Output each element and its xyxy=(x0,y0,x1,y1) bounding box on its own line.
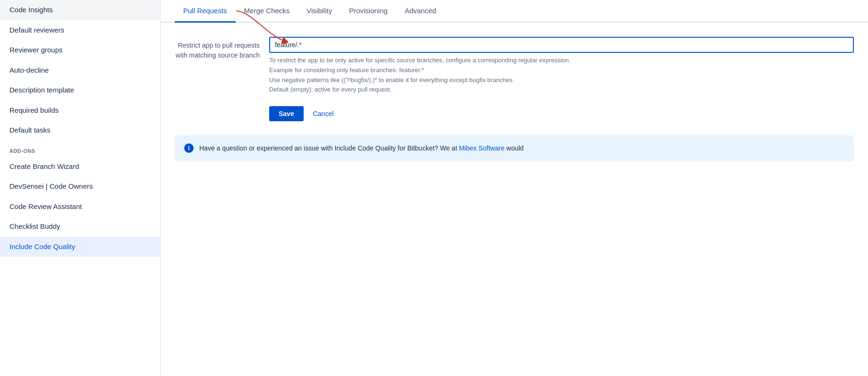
sidebar-item-create-branch-wizard[interactable]: Create Branch Wizard xyxy=(0,157,160,177)
tab-advanced[interactable]: Advanced xyxy=(396,0,445,23)
tab-pull-requests[interactable]: Pull Requests xyxy=(175,0,236,23)
sidebar-item-code-review-assistant[interactable]: Code Review Assistant xyxy=(0,197,160,217)
sidebar: Code InsightsDefault reviewersReviewer g… xyxy=(0,0,161,376)
form-field: To restrict the app to be only active fo… xyxy=(269,37,854,95)
cancel-button[interactable]: Cancel xyxy=(309,106,338,121)
sidebar-item-default-tasks[interactable]: Default tasks xyxy=(0,120,160,141)
help-line: Example for considering only feature bra… xyxy=(269,66,854,75)
info-icon: i xyxy=(184,143,194,153)
form-row: Restrict app to pull requests with match… xyxy=(175,37,854,95)
sidebar-item-devsensei-code-owners[interactable]: DevSensei | Code Owners xyxy=(0,176,160,197)
tab-provisioning[interactable]: Provisioning xyxy=(340,0,396,23)
info-text-before: Have a question or experienced an issue … xyxy=(199,144,459,152)
tab-merge-checks[interactable]: Merge Checks xyxy=(236,0,298,23)
info-text: Have a question or experienced an issue … xyxy=(199,143,524,153)
sidebar-item-code-insights[interactable]: Code Insights xyxy=(0,0,160,20)
sidebar-item-checklist-buddy[interactable]: Checklist Buddy xyxy=(0,217,160,237)
info-text-after: would xyxy=(504,144,523,152)
form-label: Restrict app to pull requests with match… xyxy=(175,37,260,60)
help-line: To restrict the app to be only active fo… xyxy=(269,56,854,66)
sidebar-item-default-reviewers[interactable]: Default reviewers xyxy=(0,20,160,41)
addons-section-label: ADD-ONS xyxy=(0,141,160,157)
mibex-link[interactable]: Mibex Software xyxy=(459,144,504,152)
save-button[interactable]: Save xyxy=(269,106,304,121)
sidebar-item-required-builds[interactable]: Required builds xyxy=(0,100,160,121)
help-text: To restrict the app to be only active fo… xyxy=(269,56,854,95)
sidebar-item-description-template[interactable]: Description template xyxy=(0,80,160,100)
sidebar-item-include-code-quality[interactable]: Include Code Quality xyxy=(0,237,160,257)
main-content: Pull RequestsMerge ChecksVisibilityProvi… xyxy=(161,0,868,376)
content-area: Restrict app to pull requests with match… xyxy=(161,23,868,185)
tabs-bar: Pull RequestsMerge ChecksVisibilityProvi… xyxy=(161,0,868,23)
sidebar-item-reviewer-groups[interactable]: Reviewer groups xyxy=(0,40,160,60)
info-box: i Have a question or experienced an issu… xyxy=(175,135,854,161)
help-line: Default (empty): active for every pull r… xyxy=(269,85,854,95)
source-branch-input[interactable] xyxy=(269,37,854,53)
tab-visibility[interactable]: Visibility xyxy=(298,0,340,23)
help-line: Use negative patterns like ((?!bugfix/).… xyxy=(269,75,854,85)
sidebar-item-auto-decline[interactable]: Auto-decline xyxy=(0,60,160,81)
button-row: Save Cancel xyxy=(269,106,854,121)
